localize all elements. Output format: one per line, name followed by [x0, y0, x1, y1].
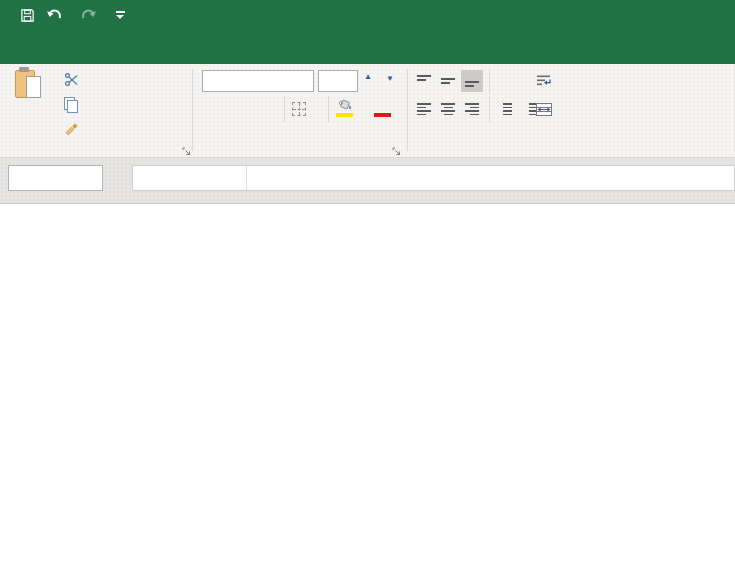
name-box[interactable] — [8, 165, 103, 191]
dialog-launcher-icon — [182, 147, 191, 156]
redo-icon — [80, 8, 97, 23]
font-group-separator — [284, 96, 285, 122]
align-center-icon — [441, 103, 455, 115]
font-size-combobox[interactable] — [318, 70, 358, 92]
decrease-indent-button[interactable] — [495, 98, 517, 120]
formula-input[interactable] — [247, 166, 734, 190]
paste-clipboard-icon — [15, 67, 41, 99]
clipboard-dialog-launcher[interactable] — [180, 145, 192, 157]
grow-font-arrow-icon: ▲ — [364, 72, 372, 81]
align-middle-button[interactable] — [437, 70, 459, 92]
redo-dropdown-icon[interactable] — [98, 0, 108, 30]
undo-icon — [46, 8, 63, 23]
font-color-icon — [374, 98, 391, 118]
underline-button[interactable] — [251, 98, 269, 122]
undo-button[interactable] — [44, 0, 64, 30]
grow-font-button[interactable]: ▲ — [363, 70, 372, 92]
borders-icon — [292, 102, 306, 116]
clipboard-group-label — [0, 144, 186, 158]
shrink-font-button[interactable]: ▼ — [385, 72, 394, 94]
font-group-label — [196, 144, 392, 158]
save-icon — [20, 8, 35, 23]
align-left-icon — [417, 103, 431, 115]
dialog-launcher-icon — [392, 147, 401, 156]
formula-bar-row — [0, 158, 735, 203]
excel-window: ▲ ▼ — [0, 0, 735, 584]
align-top-icon — [417, 75, 431, 87]
paste-button[interactable] — [0, 64, 56, 150]
align-middle-icon — [441, 75, 455, 87]
undo-dropdown-icon[interactable] — [64, 0, 74, 30]
fill-color-button[interactable] — [336, 97, 358, 119]
align-left-button[interactable] — [413, 98, 435, 120]
orientation-button[interactable] — [497, 70, 502, 92]
fill-color-icon — [336, 98, 353, 118]
borders-button[interactable] — [292, 98, 311, 120]
formula-bar — [132, 165, 735, 191]
bold-button[interactable] — [206, 98, 224, 122]
font-color-bar — [374, 113, 391, 117]
align-bottom-button[interactable] — [461, 70, 483, 92]
customize-quick-access-toolbar-button[interactable] — [112, 0, 128, 30]
alignment-separator-2 — [489, 96, 490, 122]
title-bar — [0, 0, 735, 30]
insert-function-button[interactable] — [207, 166, 244, 190]
italic-button[interactable] — [229, 98, 247, 122]
group-separator-2 — [407, 69, 408, 151]
cancel-button[interactable] — [133, 166, 170, 190]
format-painter-icon — [64, 121, 79, 136]
alignment-group-label — [413, 144, 735, 158]
redo-button[interactable] — [78, 0, 98, 30]
copy-icon — [64, 97, 78, 112]
format-painter-button[interactable] — [64, 117, 84, 139]
align-center-button[interactable] — [437, 98, 459, 120]
wrap-text-button[interactable] — [536, 70, 557, 92]
customize-qat-icon — [116, 11, 125, 19]
merge-center-button[interactable] — [536, 98, 557, 120]
scissors-icon — [65, 73, 79, 88]
fill-color-bar — [336, 113, 353, 117]
enter-button[interactable] — [170, 166, 207, 190]
font-color-button[interactable] — [374, 97, 396, 119]
cut-button[interactable] — [64, 69, 84, 91]
ribbon-tab-bar — [0, 30, 735, 64]
alignment-separator-1 — [489, 68, 490, 94]
align-right-icon — [465, 103, 479, 115]
align-bottom-icon — [465, 75, 479, 87]
font-dialog-launcher[interactable] — [390, 145, 402, 157]
shrink-font-arrow-icon: ▼ — [386, 74, 394, 83]
sheet — [0, 204, 735, 584]
align-right-button[interactable] — [461, 98, 483, 120]
copy-button[interactable] — [64, 93, 96, 115]
merge-center-icon — [536, 103, 552, 116]
wrap-text-icon — [536, 74, 552, 88]
group-separator — [192, 69, 193, 151]
ribbon: ▲ ▼ — [0, 64, 735, 158]
font-group-separator-2 — [328, 96, 329, 122]
worksheet-grid — [0, 203, 735, 584]
decrease-indent-icon — [503, 103, 512, 115]
align-top-button[interactable] — [413, 70, 435, 92]
font-name-combobox[interactable] — [202, 70, 314, 92]
save-button[interactable] — [16, 0, 38, 30]
